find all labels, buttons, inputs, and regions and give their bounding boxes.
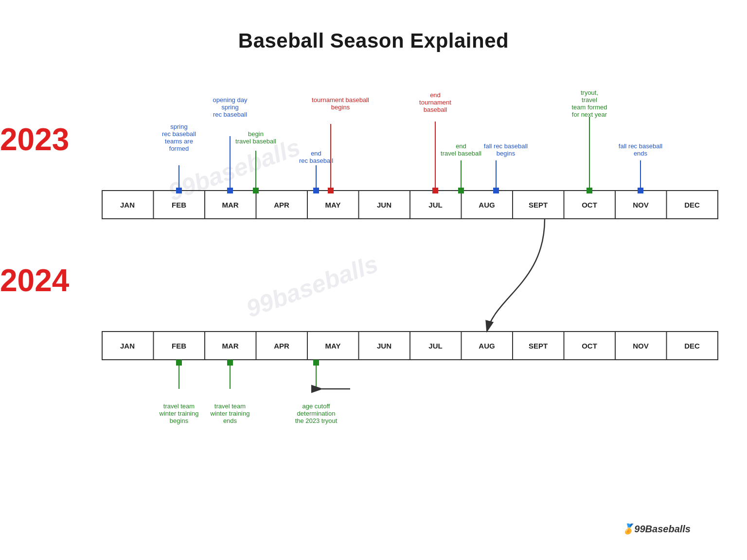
svg-text:end: end (311, 150, 321, 157)
svg-text:APR: APR (274, 201, 289, 209)
svg-text:begins: begins (170, 417, 189, 424)
svg-text:teams are: teams are (165, 138, 193, 145)
svg-text:AUG: AUG (479, 201, 495, 209)
svg-text:JUN: JUN (377, 342, 391, 350)
svg-text:🏅99Baseballs: 🏅99Baseballs (621, 523, 691, 535)
svg-text:tournament: tournament (419, 99, 451, 106)
svg-rect-77 (458, 188, 464, 193)
svg-text:FEB: FEB (172, 201, 186, 209)
svg-text:APR: APR (274, 342, 289, 350)
svg-rect-100 (227, 360, 233, 366)
svg-text:fall rec baseball: fall rec baseball (484, 142, 528, 150)
svg-text:JUN: JUN (377, 201, 391, 209)
svg-rect-60 (253, 188, 259, 193)
svg-rect-105 (313, 360, 319, 366)
svg-text:JAN: JAN (120, 201, 135, 209)
svg-text:for next year: for next year (572, 111, 607, 118)
svg-rect-64 (313, 188, 319, 193)
diagram-overlay: JAN FEB MAR APR MAY JUN JUL AUG SEPT OCT… (0, 0, 747, 560)
svg-text:OCT: OCT (582, 201, 597, 209)
svg-text:JUL: JUL (428, 201, 442, 209)
svg-text:MAY: MAY (325, 201, 341, 209)
svg-text:ends: ends (634, 150, 648, 157)
svg-rect-0 (102, 191, 718, 219)
svg-text:determination: determination (297, 410, 336, 417)
svg-text:begins: begins (497, 150, 516, 157)
svg-rect-85 (587, 188, 592, 193)
watermark-2: 99baseballs (243, 249, 382, 323)
svg-text:DEC: DEC (684, 342, 700, 350)
svg-text:spring: spring (221, 104, 238, 111)
svg-text:SEPT: SEPT (529, 342, 548, 350)
svg-text:FEB: FEB (172, 342, 186, 350)
svg-text:tournament baseball: tournament baseball (312, 96, 369, 104)
svg-text:NOV: NOV (633, 201, 649, 209)
svg-text:NOV: NOV (633, 342, 649, 350)
svg-rect-49 (176, 188, 182, 193)
svg-text:opening day: opening day (213, 96, 248, 104)
svg-rect-24 (102, 332, 718, 360)
svg-text:team formed: team formed (572, 104, 607, 111)
svg-text:travel baseball: travel baseball (235, 138, 276, 145)
svg-text:fall rec baseball: fall rec baseball (619, 142, 662, 150)
svg-text:travel team: travel team (163, 402, 195, 410)
page-title: Baseball Season Explained (0, 0, 747, 52)
svg-text:baseball: baseball (424, 106, 447, 113)
svg-text:travel: travel (582, 96, 597, 104)
svg-text:travel baseball: travel baseball (441, 150, 481, 157)
watermark-1: 99baseballs (165, 133, 304, 206)
svg-text:tryout,: tryout, (581, 89, 598, 96)
svg-text:ends: ends (223, 417, 237, 424)
svg-text:travel team: travel team (214, 402, 246, 410)
svg-text:formed: formed (169, 145, 189, 152)
svg-text:begins: begins (331, 104, 350, 111)
svg-text:JUL: JUL (428, 342, 442, 350)
svg-text:spring: spring (170, 123, 187, 130)
svg-text:end: end (456, 142, 466, 150)
svg-text:MAR: MAR (222, 201, 238, 209)
svg-text:SEPT: SEPT (529, 201, 548, 209)
svg-text:age cutoff: age cutoff (302, 402, 330, 410)
svg-text:the 2023 tryout: the 2023 tryout (295, 417, 338, 424)
svg-rect-68 (328, 188, 334, 193)
year-2023-label: 2023 (0, 122, 69, 158)
svg-text:JAN: JAN (120, 342, 135, 350)
svg-text:winter training: winter training (159, 410, 199, 417)
svg-text:AUG: AUG (479, 342, 495, 350)
svg-text:OCT: OCT (582, 342, 597, 350)
svg-text:rec baseball: rec baseball (213, 111, 247, 118)
svg-text:rec baseball: rec baseball (299, 157, 333, 164)
svg-text:winter training: winter training (210, 410, 250, 417)
year-2024-label: 2024 (0, 262, 69, 298)
svg-text:end: end (430, 91, 441, 99)
svg-text:DEC: DEC (684, 201, 700, 209)
svg-rect-95 (176, 360, 182, 366)
svg-rect-72 (432, 188, 438, 193)
svg-text:rec baseball: rec baseball (162, 130, 196, 138)
svg-text:MAY: MAY (325, 342, 341, 350)
svg-text:MAR: MAR (222, 342, 238, 350)
svg-rect-91 (638, 188, 643, 193)
svg-text:begin: begin (248, 130, 264, 138)
svg-rect-81 (493, 188, 499, 193)
svg-rect-55 (227, 188, 233, 193)
